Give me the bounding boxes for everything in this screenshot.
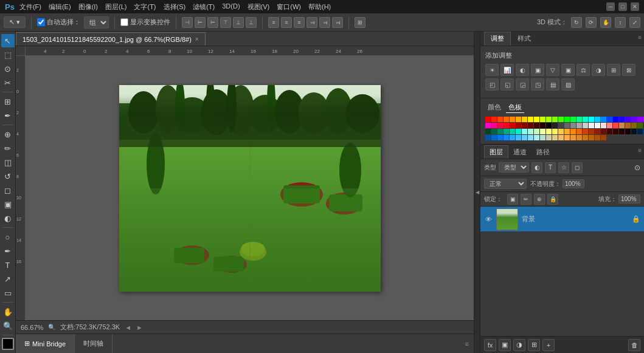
bottom-panel-menu[interactable]: ≡ xyxy=(465,340,474,348)
color-swatch[interactable] xyxy=(583,129,588,134)
threshold-icon[interactable]: ◳ xyxy=(531,78,544,91)
color-swatch[interactable] xyxy=(497,135,503,140)
color-swatch[interactable] xyxy=(564,117,570,122)
adjustments-tab[interactable]: 调整 xyxy=(484,32,511,46)
color-swatch[interactable] xyxy=(516,117,521,122)
distrib-top-icon[interactable]: ≡ xyxy=(268,17,279,28)
color-swatch[interactable] xyxy=(583,123,588,128)
color-swatch[interactable] xyxy=(516,123,521,128)
color-swatch[interactable] xyxy=(564,135,570,140)
color-swatch[interactable] xyxy=(583,117,588,122)
align-bottom-icon[interactable]: ⊥ xyxy=(246,17,257,28)
color-swatch[interactable] xyxy=(631,129,637,134)
color-swatch[interactable] xyxy=(558,135,564,140)
color-swatch[interactable] xyxy=(570,135,576,140)
color-swatch[interactable] xyxy=(552,135,558,140)
color-swatch[interactable] xyxy=(558,129,564,134)
menu-window[interactable]: 窗口(W) xyxy=(277,2,301,12)
color-swatch[interactable] xyxy=(619,117,625,122)
channel-mixer-icon[interactable]: ⊠ xyxy=(622,64,635,76)
blur-tool[interactable]: ◐ xyxy=(1,211,15,225)
paths-tab[interactable]: 路径 xyxy=(531,146,555,159)
heal-tool[interactable]: ⊕ xyxy=(1,128,15,141)
panel-collapse-button[interactable]: ◀ xyxy=(474,32,480,353)
color-swatch[interactable] xyxy=(576,123,582,128)
color-swatch[interactable] xyxy=(625,117,631,122)
minimize-button[interactable]: ─ xyxy=(606,2,615,11)
color-swatch[interactable] xyxy=(510,123,515,128)
menu-layers[interactable]: 图层(L) xyxy=(105,2,126,12)
history-brush-tool[interactable]: ↺ xyxy=(1,170,15,183)
color-swatch[interactable] xyxy=(607,123,612,128)
align-center-h-icon[interactable]: ⊢ xyxy=(195,17,206,28)
color-tab[interactable]: 颜色 xyxy=(485,102,504,113)
opacity-input[interactable] xyxy=(563,179,584,188)
menu-3d[interactable]: 3D(D) xyxy=(222,2,240,12)
color-swatch[interactable] xyxy=(497,117,503,122)
group-layer-button[interactable]: ⊞ xyxy=(528,339,540,351)
color-swatch[interactable] xyxy=(504,135,509,140)
close-button[interactable]: ✕ xyxy=(631,2,639,11)
color-swatch[interactable] xyxy=(540,117,545,122)
color-swatch[interactable] xyxy=(528,117,533,122)
color-swatch[interactable] xyxy=(504,117,509,122)
menu-edit[interactable]: 编辑(E) xyxy=(49,2,71,12)
align-center-v-icon[interactable]: ⊥ xyxy=(233,17,244,28)
color-swatch[interactable] xyxy=(595,123,600,128)
color-swatch[interactable] xyxy=(589,135,594,140)
color-swatch[interactable] xyxy=(589,117,594,122)
color-swatch[interactable] xyxy=(510,117,515,122)
distrib-bottom-icon[interactable]: ≡ xyxy=(294,17,305,28)
delete-layer-button[interactable]: 🗑 xyxy=(628,339,640,351)
color-swatch[interactable] xyxy=(540,135,545,140)
photo-filter-icon[interactable]: ⊞ xyxy=(607,64,620,76)
color-swatch[interactable] xyxy=(534,123,539,128)
distrib-center-v-icon[interactable]: ≡ xyxy=(281,17,292,28)
shape-tool[interactable]: ▭ xyxy=(1,286,15,300)
color-swatch[interactable] xyxy=(540,123,545,128)
canvas-area[interactable]: 4 2 0 2 4 6 8 10 12 14 16 18 20 22 24 26 xyxy=(16,46,474,320)
styles-tab[interactable]: 样式 xyxy=(511,32,538,46)
align-left-icon[interactable]: ⊣ xyxy=(182,17,193,28)
layer-item-background[interactable]: 👁 背景 🔒 xyxy=(480,207,644,232)
gradient-map-icon[interactable]: ▤ xyxy=(546,78,559,91)
color-swatch[interactable] xyxy=(516,135,521,140)
menu-text[interactable]: 文字(T) xyxy=(134,2,156,12)
color-swatch[interactable] xyxy=(510,129,515,134)
move-tool[interactable]: ↖ xyxy=(1,34,15,47)
invert-icon[interactable]: ◱ xyxy=(500,78,514,91)
hand-tool[interactable]: ✋ xyxy=(1,305,15,318)
color-swatch[interactable] xyxy=(595,135,600,140)
lasso-tool[interactable]: ⊙ xyxy=(1,62,15,75)
color-swatch[interactable] xyxy=(613,117,618,122)
align-right-icon[interactable]: ⊢ xyxy=(207,17,218,28)
color-swatch[interactable] xyxy=(637,129,643,134)
menu-help[interactable]: 帮助(H) xyxy=(308,2,331,12)
document-tab[interactable]: 1503_20141015121845592200_1.jpg @ 66.7%(… xyxy=(16,32,206,46)
curves-icon[interactable]: ◐ xyxy=(516,64,529,76)
menu-view[interactable]: 视图(V) xyxy=(248,2,270,12)
layers-tab[interactable]: 图层 xyxy=(484,145,508,159)
color-swatch[interactable] xyxy=(491,129,497,134)
select-type-dropdown[interactable]: 组 xyxy=(84,16,109,29)
zoom-tool[interactable]: 🔍 xyxy=(1,319,15,332)
color-swatch[interactable] xyxy=(601,129,606,134)
color-swatch[interactable] xyxy=(595,129,600,134)
posterize-icon[interactable]: ◲ xyxy=(516,78,529,91)
color-swatch[interactable] xyxy=(564,129,570,134)
levels-icon[interactable]: 📊 xyxy=(500,64,514,76)
color-swatch[interactable] xyxy=(528,129,533,134)
color-swatch[interactable] xyxy=(497,129,503,134)
eyedropper-tool[interactable]: ✒ xyxy=(1,109,15,122)
marquee-tool[interactable]: ⬚ xyxy=(1,48,15,61)
color-swatch[interactable] xyxy=(601,123,606,128)
color-swatch[interactable] xyxy=(564,123,570,128)
color-swatch[interactable] xyxy=(576,135,582,140)
color-swatch[interactable] xyxy=(613,123,618,128)
color-swatch[interactable] xyxy=(552,129,558,134)
color-swatch[interactable] xyxy=(504,129,509,134)
color-swatch[interactable] xyxy=(534,117,539,122)
new-layer-button[interactable]: + xyxy=(542,339,555,351)
color-swatch[interactable] xyxy=(595,117,600,122)
window-controls[interactable]: ─ □ ✕ xyxy=(606,2,639,11)
